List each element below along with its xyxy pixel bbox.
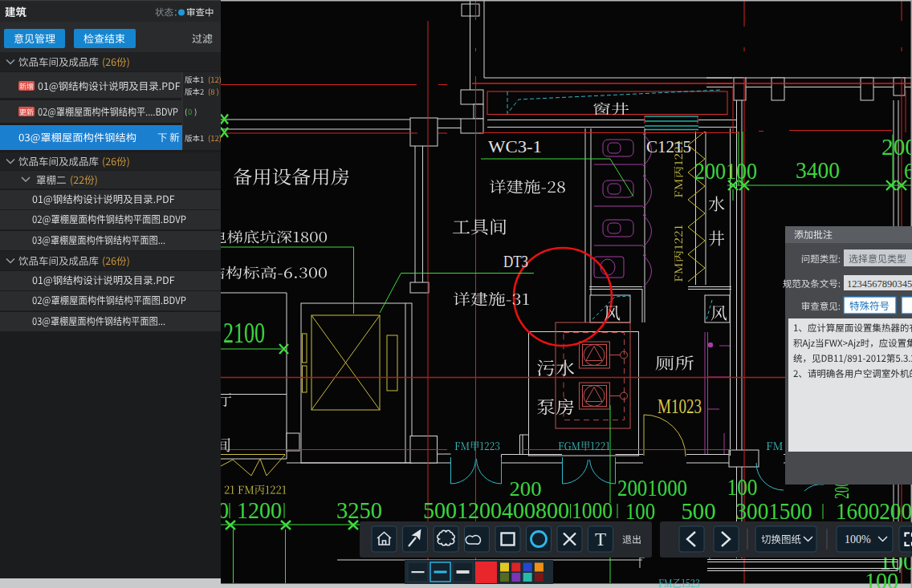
svg-text:100: 100 [865, 568, 898, 588]
svg-text:1600200: 1600200 [836, 498, 912, 524]
svg-text:M1023: M1023 [658, 395, 702, 418]
svg-text:100: 100 [625, 498, 655, 524]
svg-text:C1215: C1215 [646, 138, 691, 156]
svg-text:3250: 3250 [336, 498, 382, 523]
svg-text:100%: 100% [845, 533, 871, 545]
svg-text:100: 100 [727, 474, 758, 500]
svg-text:5001200400800: 5001200400800 [423, 497, 569, 523]
svg-text:3001500: 3001500 [736, 498, 812, 524]
svg-text:2001000: 2001000 [617, 475, 687, 501]
svg-text:500: 500 [682, 498, 716, 524]
svg-text:2100: 2100 [223, 317, 265, 349]
svg-text:T: T [595, 529, 606, 549]
svg-text:WC3-1: WC3-1 [488, 138, 542, 156]
svg-text:DT3: DT3 [503, 252, 528, 271]
svg-text:200100: 200100 [694, 158, 757, 184]
svg-text:1200: 1200 [237, 498, 282, 523]
svg-text:200: 200 [881, 134, 912, 160]
svg-text:3400: 3400 [796, 157, 840, 183]
svg-text:1000: 1000 [572, 497, 613, 523]
svg-text:1234567890345: 1234567890345 [847, 278, 912, 290]
